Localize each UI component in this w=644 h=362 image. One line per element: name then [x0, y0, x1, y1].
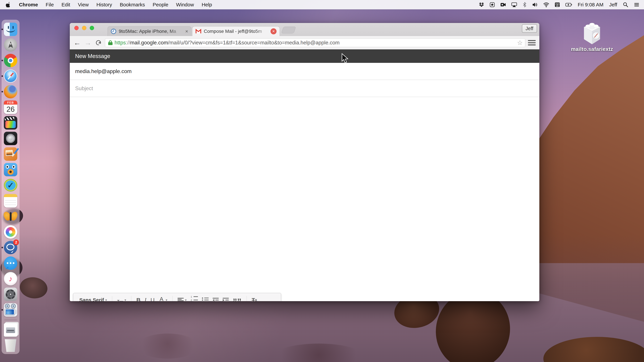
- tab-strip: 9to5Mac: Apple iPhone, Ma × Compose Mail…: [70, 23, 539, 36]
- to-recipient[interactable]: media.help@apple.com: [75, 68, 132, 74]
- notification-badge: 2: [13, 240, 19, 245]
- menu-people[interactable]: People: [149, 0, 172, 9]
- window-zoom-button[interactable]: [90, 26, 94, 30]
- apple-menu[interactable]: [0, 2, 15, 8]
- volume-icon[interactable]: [532, 0, 538, 9]
- battery-icon[interactable]: [565, 0, 572, 9]
- subject-field[interactable]: [70, 80, 539, 97]
- wallpaper-rock: [138, 334, 198, 359]
- dock-item-butterfly-app[interactable]: [4, 210, 17, 223]
- screen-record-icon[interactable]: [500, 0, 506, 9]
- tab-compose-mail[interactable]: Compose Mail - jeff@9to5m ×: [192, 26, 280, 36]
- bulleted-list-icon: [202, 298, 209, 301]
- dock-item-pixelmator[interactable]: [4, 147, 17, 161]
- back-button[interactable]: ←: [72, 39, 82, 46]
- dock-item-calendar[interactable]: FEB26: [4, 100, 17, 114]
- message-body[interactable]: [70, 97, 539, 268]
- menu-bookmarks[interactable]: Bookmarks: [116, 0, 149, 9]
- dock-item-notes[interactable]: [4, 194, 17, 207]
- font-size-button[interactable]: T T ▾: [115, 293, 128, 301]
- tab-close-icon[interactable]: ×: [270, 28, 276, 34]
- dock-divider: [4, 320, 17, 320]
- formatting-toolbar: Sans Serif ▾ T T ▾ B I U A ▾ ▾: [73, 293, 281, 301]
- dock-item-photos[interactable]: [4, 225, 17, 239]
- quote-button[interactable]: ””: [231, 293, 244, 301]
- tab-title: Compose Mail - jeff@9to5m: [204, 29, 270, 34]
- window-minimize-button[interactable]: [82, 26, 86, 30]
- profile-button[interactable]: Jeff: [522, 24, 537, 33]
- tab-close-icon[interactable]: ×: [185, 29, 188, 34]
- clock-favicon: [111, 28, 116, 34]
- indent-less-button[interactable]: [211, 293, 221, 301]
- desktop-file-mailto-safariextz[interactable]: mailto.safariextz: [568, 22, 616, 52]
- menu-help[interactable]: Help: [198, 0, 216, 9]
- numbered-list-button[interactable]: 1 2 3: [189, 293, 200, 301]
- bookmark-star-icon[interactable]: ☆: [515, 39, 523, 46]
- dock: FEB26✓2♪: [2, 20, 20, 354]
- window-close-button[interactable]: [74, 26, 79, 30]
- running-indicator: [2, 309, 3, 311]
- indent-less-icon: [213, 298, 219, 301]
- menu-view[interactable]: View: [74, 0, 92, 9]
- subject-input[interactable]: [75, 85, 493, 91]
- chrome-menu-button[interactable]: [528, 40, 536, 45]
- password-manager-icon[interactable]: [490, 0, 495, 9]
- dropbox-icon[interactable]: [479, 0, 484, 9]
- wifi-icon[interactable]: [543, 0, 549, 9]
- menu-user[interactable]: Jeff: [609, 2, 617, 7]
- menu-file[interactable]: File: [42, 0, 58, 9]
- dock-item-safari[interactable]: [4, 69, 17, 83]
- dock-item-screen-recorder[interactable]: [4, 303, 17, 317]
- running-indicator: [2, 60, 3, 61]
- underline-button[interactable]: U: [148, 293, 157, 301]
- dock-item-trash[interactable]: [4, 339, 17, 352]
- text-color-button[interactable]: A ▾: [157, 293, 170, 301]
- forward-button[interactable]: →: [82, 39, 93, 46]
- https-lock-icon[interactable]: [108, 40, 112, 45]
- chrome-window: 9to5Mac: Apple iPhone, Ma × Compose Mail…: [70, 23, 539, 301]
- compose-header[interactable]: New Message: [70, 49, 539, 63]
- menu-history[interactable]: History: [92, 0, 116, 9]
- bluetooth-icon[interactable]: [522, 0, 527, 9]
- spotlight-search-icon[interactable]: [623, 0, 628, 9]
- dock-item-todo-app[interactable]: ✓: [4, 178, 17, 192]
- dock-item-tweetbot[interactable]: [4, 163, 17, 176]
- dock-item-final-cut-pro[interactable]: [4, 116, 17, 130]
- menu-edit[interactable]: Edit: [58, 0, 74, 9]
- airplay-icon[interactable]: [511, 0, 517, 9]
- dock-item-launchpad[interactable]: [4, 38, 17, 52]
- menu-window[interactable]: Window: [172, 0, 198, 9]
- dock-item-messages[interactable]: [4, 256, 17, 270]
- dock-item-chrome[interactable]: [4, 54, 17, 67]
- dock-item-itunes[interactable]: ♪: [4, 272, 17, 285]
- italic-button[interactable]: I: [142, 293, 148, 301]
- safari-extension-brick-icon: [580, 22, 604, 45]
- tab-9to5mac[interactable]: 9to5Mac: Apple iPhone, Ma ×: [108, 26, 191, 36]
- browser-toolbar: ← → https://mail.google.com/mail/u/0/?vi…: [70, 36, 539, 49]
- font-family-button[interactable]: Sans Serif ▾: [77, 293, 109, 301]
- bold-button[interactable]: B: [134, 293, 142, 301]
- remove-formatting-button[interactable]: Tx: [250, 293, 259, 301]
- reload-button[interactable]: [96, 40, 101, 45]
- address-bar[interactable]: https://mail.google.com/mail/u/0/?view=c…: [105, 38, 525, 47]
- menu-clock[interactable]: Fri 9:08 AM: [578, 2, 604, 7]
- running-indicator: [2, 91, 3, 92]
- new-tab-button[interactable]: [282, 27, 296, 33]
- notification-center-icon[interactable]: [634, 0, 639, 9]
- menu-app-name[interactable]: Chrome: [15, 0, 42, 9]
- dock-item-finder[interactable]: [4, 23, 17, 36]
- dock-item-logic-pro[interactable]: [4, 132, 17, 145]
- url-text: https://mail.google.com/mail/u/0/?view=c…: [114, 40, 340, 46]
- keyboard-icon[interactable]: [554, 0, 560, 9]
- indent-more-button[interactable]: [221, 293, 231, 301]
- dock-item-chat-app[interactable]: 2: [4, 241, 17, 254]
- bulleted-list-button[interactable]: [200, 293, 211, 301]
- tab-title: 9to5Mac: Apple iPhone, Ma: [119, 29, 184, 34]
- dock-item-firefox[interactable]: [4, 85, 17, 98]
- to-field[interactable]: media.help@apple.com: [70, 63, 539, 80]
- dock-item-documents-stack[interactable]: [4, 323, 17, 337]
- indent-more-icon: [223, 298, 229, 301]
- align-button[interactable]: ▾: [176, 293, 189, 301]
- dock-item-system-preferences[interactable]: [4, 288, 17, 301]
- tab-close-button-hover[interactable]: ×: [270, 28, 276, 34]
